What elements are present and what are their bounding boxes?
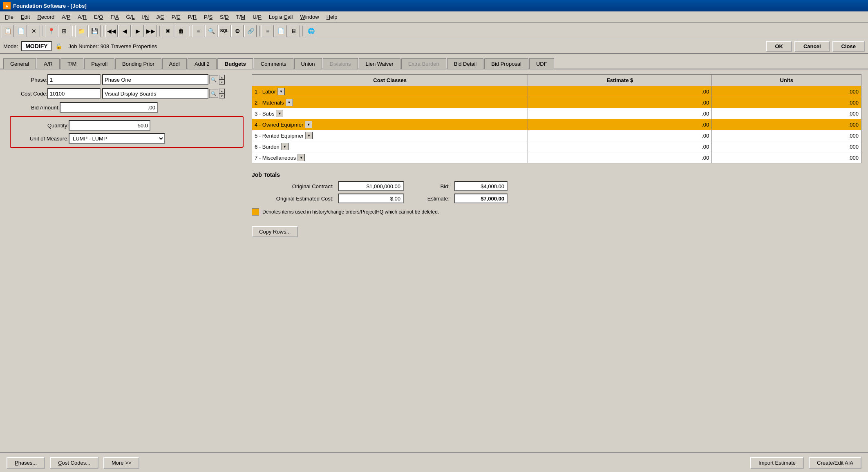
job-totals: Job Totals Original Contract: $1,000,000…: [252, 171, 861, 203]
tab-bid-detail[interactable]: Bid Detail: [447, 58, 484, 69]
cost-estimate-5: .00: [528, 130, 712, 141]
tab-lien-waiver[interactable]: Lien Waiver: [359, 58, 400, 69]
quantity-input[interactable]: [69, 120, 150, 131]
tab-addl[interactable]: Addl: [162, 58, 187, 69]
menu-tm[interactable]: T/M: [233, 13, 248, 21]
menu-help[interactable]: Help: [323, 13, 341, 21]
phases-button[interactable]: Phases...: [7, 457, 45, 469]
menu-file[interactable]: File: [2, 13, 17, 21]
menu-jc[interactable]: J/C: [153, 13, 168, 21]
cost-dropdown-4[interactable]: ▼: [305, 121, 312, 128]
menu-pr[interactable]: P/R: [184, 13, 200, 21]
menu-window[interactable]: Window: [297, 13, 322, 21]
menu-up[interactable]: U/P: [249, 13, 265, 21]
cost-code-label: Cost Code:: [7, 91, 47, 97]
mode-buttons: OK Cancel Close: [766, 41, 865, 52]
cost-units-7: .000: [712, 152, 861, 163]
menu-record[interactable]: Record: [34, 13, 58, 21]
tab-comments[interactable]: Comments: [254, 58, 293, 69]
phase-down-btn[interactable]: ▼: [219, 80, 225, 85]
tab-addl2[interactable]: Addl 2: [188, 58, 217, 69]
phase-up-btn[interactable]: ▲: [219, 75, 225, 80]
toolbar-btn-gear2[interactable]: ⚙: [231, 25, 244, 37]
menu-edit[interactable]: Edit: [18, 13, 33, 21]
create-edit-aia-button[interactable]: Create/Edit AIA: [809, 457, 861, 469]
toolbar-btn-doc[interactable]: 📄: [275, 25, 287, 37]
menu-sd[interactable]: S/D: [217, 13, 232, 21]
phase-desc-input[interactable]: [102, 74, 208, 85]
bid-amount-input[interactable]: [60, 102, 158, 113]
toolbar-btn-sql[interactable]: SQL: [218, 25, 230, 37]
unit-measure-label: Unit of Measure:: [16, 136, 69, 142]
toolbar-btn-save[interactable]: 💾: [88, 25, 101, 37]
toolbar-btn-list2[interactable]: ≡: [262, 25, 274, 37]
cost-code-up-btn[interactable]: ▲: [219, 89, 225, 94]
cost-code-search-btn[interactable]: 🔍: [209, 89, 218, 98]
toolbar-btn-link[interactable]: 🔗: [244, 25, 257, 37]
toolbar-sep-6: [259, 26, 260, 36]
cost-code-desc-input[interactable]: [102, 88, 208, 99]
more-button[interactable]: More >>: [103, 457, 139, 469]
menu-eo[interactable]: E/O: [91, 13, 106, 21]
cost-code-input[interactable]: [47, 88, 101, 99]
bottom-bar: Phases... Cost Codes... More >> Import E…: [0, 452, 868, 472]
toolbar-btn-grid[interactable]: ⊞: [58, 25, 70, 37]
toolbar-btn-pin[interactable]: 📍: [45, 25, 57, 37]
menu-gl[interactable]: G/L: [123, 13, 138, 21]
cost-dropdown-3[interactable]: ▼: [276, 110, 283, 117]
menu-log-call[interactable]: Log a Call: [266, 13, 296, 21]
unit-measure-select[interactable]: LUMP - LUMP: [69, 133, 165, 144]
cancel-button[interactable]: Cancel: [794, 41, 830, 52]
toolbar-btn-prev[interactable]: ◀: [119, 25, 131, 37]
tab-tm[interactable]: T/M: [60, 58, 83, 69]
tab-budgets[interactable]: Budgets: [217, 58, 253, 69]
toolbar-btn-next[interactable]: ▶: [132, 25, 144, 37]
phase-label: Phase:: [7, 77, 47, 83]
cost-codes-button[interactable]: Cost Codes...: [50, 457, 98, 469]
toolbar-btn-folder[interactable]: 📁: [75, 25, 87, 37]
menu-ar[interactable]: A/R: [74, 13, 90, 21]
toolbar-btn-search[interactable]: 🔍: [205, 25, 217, 37]
cost-dropdown-6[interactable]: ▼: [281, 143, 289, 150]
toolbar-btn-1[interactable]: 📋: [2, 25, 14, 37]
bid-amount-row: Bid Amount:: [7, 102, 244, 113]
tab-ar[interactable]: A/R: [37, 58, 60, 69]
menu-ap[interactable]: A/P: [58, 13, 74, 21]
menu-fa[interactable]: F/A: [107, 13, 122, 21]
close-button[interactable]: Close: [832, 41, 865, 52]
toolbar-btn-list[interactable]: ≡: [192, 25, 204, 37]
ok-button[interactable]: OK: [766, 41, 792, 52]
copy-rows-button[interactable]: Copy Rows...: [252, 226, 298, 237]
toolbar-btn-delete[interactable]: 🗑: [175, 25, 187, 37]
tab-general[interactable]: General: [3, 58, 36, 69]
legend-text: Denotes items used in history/change ord…: [262, 209, 439, 215]
tab-udf[interactable]: UDF: [529, 58, 554, 69]
cost-name-2: 2 - Materials ▼: [252, 97, 528, 108]
cost-units-1: .000: [712, 86, 861, 97]
cost-dropdown-2[interactable]: ▼: [286, 99, 293, 106]
menu-ps[interactable]: P/S: [201, 13, 216, 21]
menu-pc[interactable]: P/C: [168, 13, 184, 21]
toolbar-btn-close[interactable]: ✕: [28, 25, 40, 37]
tab-union[interactable]: Union: [294, 58, 322, 69]
phase-input[interactable]: [47, 74, 101, 85]
tab-extra-burden: Extra Burden: [401, 58, 446, 69]
toolbar-btn-globe[interactable]: 🌐: [305, 25, 317, 37]
cost-dropdown-7[interactable]: ▼: [298, 154, 305, 161]
cost-estimate-4: .00: [528, 119, 712, 130]
tab-bonding-prior[interactable]: Bonding Prior: [115, 58, 161, 69]
toolbar-btn-cancel2[interactable]: ✖: [162, 25, 174, 37]
cost-dropdown-5[interactable]: ▼: [305, 132, 313, 139]
toolbar-btn-last[interactable]: ▶▶: [145, 25, 157, 37]
table-row: 7 - Miscellaneous ▼ .00 .000: [252, 152, 861, 163]
toolbar-btn-first[interactable]: ◀◀: [105, 25, 118, 37]
phase-search-btn[interactable]: 🔍: [209, 75, 218, 84]
menu-in[interactable]: I/N: [139, 13, 152, 21]
cost-dropdown-1[interactable]: ▼: [277, 88, 285, 95]
toolbar-btn-2[interactable]: 📄: [15, 25, 27, 37]
cost-code-down-btn[interactable]: ▼: [219, 94, 225, 98]
tab-payroll[interactable]: Payroll: [84, 58, 114, 69]
toolbar-btn-screen[interactable]: 🖥: [288, 25, 300, 37]
import-estimate-button[interactable]: Import Estimate: [750, 457, 804, 469]
tab-bid-proposal[interactable]: Bid Proposal: [484, 58, 528, 69]
